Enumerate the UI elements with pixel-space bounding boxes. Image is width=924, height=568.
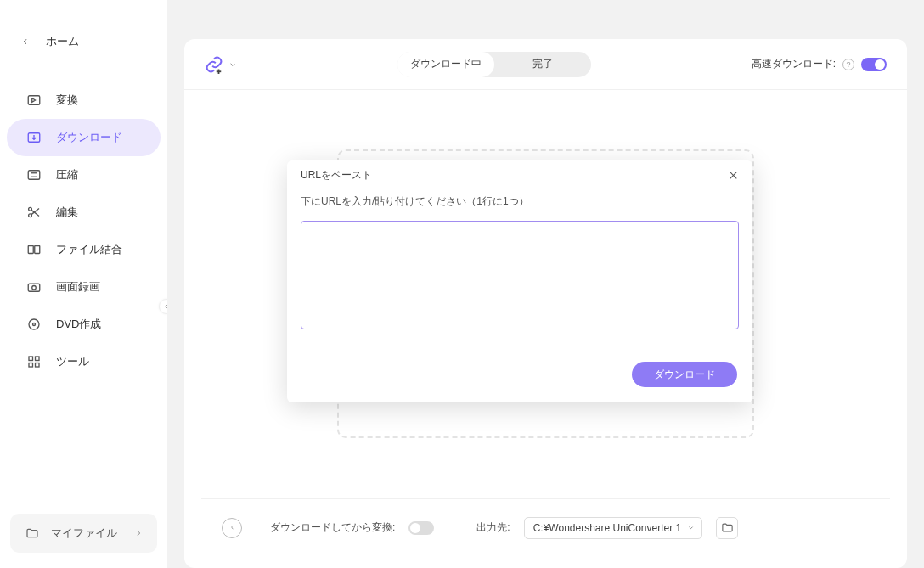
camera-icon	[25, 278, 42, 295]
url-input[interactable]	[301, 221, 739, 329]
convert-after-toggle[interactable]	[408, 521, 434, 535]
sidebar-item-label: 画面録画	[56, 279, 100, 295]
compress-icon	[25, 166, 42, 183]
scissors-icon	[25, 204, 42, 221]
hsd-toggle[interactable]	[861, 58, 887, 71]
sidebar-item-label: 圧縮	[56, 167, 78, 183]
svg-rect-25	[36, 357, 40, 361]
chevron-down-icon	[228, 61, 237, 68]
myfiles-button[interactable]: マイファイル	[10, 514, 157, 553]
tab-downloading-label: ダウンロード中	[410, 57, 482, 71]
myfiles-label: マイファイル	[51, 526, 117, 541]
tab-segment: ダウンロード中 完了	[397, 52, 591, 77]
link-plus-icon	[205, 55, 223, 74]
sidebar-item-dvd[interactable]: DVD作成	[7, 306, 161, 343]
merge-icon	[25, 241, 42, 258]
svg-rect-27	[36, 363, 40, 368]
svg-point-22	[29, 319, 39, 329]
chevron-right-icon	[135, 529, 142, 537]
sidebar-item-compress[interactable]: 圧縮	[7, 156, 161, 194]
sidebar-item-tools[interactable]: ツール	[7, 343, 161, 380]
home-nav[interactable]: ホーム	[0, 25, 167, 58]
hsd-label: 高速ダウンロード:	[752, 57, 836, 71]
svg-rect-18	[28, 246, 33, 254]
svg-rect-26	[29, 363, 33, 368]
tab-completed-label: 完了	[532, 57, 553, 71]
svg-rect-8	[28, 96, 40, 105]
sidebar-item-label: 編集	[56, 205, 78, 220]
sidebar-item-download[interactable]: ダウンロード	[7, 119, 161, 156]
disc-icon	[25, 316, 42, 333]
sidebar-item-label: 変換	[56, 93, 78, 108]
svg-point-21	[32, 286, 37, 290]
svg-rect-19	[35, 246, 40, 254]
footer-bar: ダウンロードしてから変換: 出力先: C:¥Wondershare UniCon…	[201, 498, 890, 556]
folder-icon	[25, 526, 39, 540]
download-button-label: ダウンロード	[654, 368, 715, 380]
dialog-close-button[interactable]	[728, 170, 739, 181]
sidebar-item-merge[interactable]: ファイル結合	[7, 231, 161, 268]
sidebar: ホーム 変換 ダウンロード 圧縮	[0, 0, 167, 568]
history-icon[interactable]	[222, 518, 242, 538]
home-label: ホーム	[46, 34, 79, 49]
svg-point-23	[33, 323, 36, 326]
output-label: 出力先:	[476, 520, 510, 535]
help-icon[interactable]: ?	[842, 59, 854, 70]
svg-rect-20	[28, 284, 40, 291]
open-folder-button[interactable]	[716, 517, 738, 539]
sidebar-item-convert[interactable]: 変換	[7, 82, 161, 119]
convert-icon	[25, 92, 42, 109]
sidebar-item-label: ファイル結合	[56, 242, 122, 257]
paste-url-dialog: URLをペースト 下にURLを入力/貼り付けてください（1行に1つ） ダウンロー…	[287, 160, 752, 402]
svg-point-15	[29, 214, 32, 217]
sidebar-item-label: DVD作成	[56, 317, 101, 332]
dialog-title: URLをペースト	[301, 168, 372, 183]
tab-completed[interactable]: 完了	[494, 52, 591, 77]
dialog-subtitle: 下にURLを入力/貼り付けてください（1行に1つ）	[287, 189, 752, 214]
download-button[interactable]: ダウンロード	[632, 362, 737, 387]
grid-icon	[25, 353, 42, 370]
output-path-value: C:¥Wondershare UniConverter 1	[533, 522, 682, 534]
svg-rect-24	[29, 357, 33, 361]
svg-point-14	[29, 207, 32, 211]
add-link-button[interactable]	[205, 55, 237, 74]
svg-rect-11	[28, 171, 40, 180]
output-path-select[interactable]: C:¥Wondershare UniConverter 1	[524, 517, 703, 539]
convert-after-label: ダウンロードしてから変換:	[270, 520, 395, 535]
sidebar-item-edit[interactable]: 編集	[7, 194, 161, 231]
download-icon	[25, 129, 42, 146]
sidebar-item-label: ダウンロード	[56, 130, 122, 145]
chevron-left-icon	[19, 35, 32, 48]
tab-downloading[interactable]: ダウンロード中	[397, 52, 494, 77]
chevron-down-icon	[687, 525, 695, 531]
sidebar-item-label: ツール	[56, 354, 89, 369]
sidebar-item-record[interactable]: 画面録画	[7, 268, 161, 306]
